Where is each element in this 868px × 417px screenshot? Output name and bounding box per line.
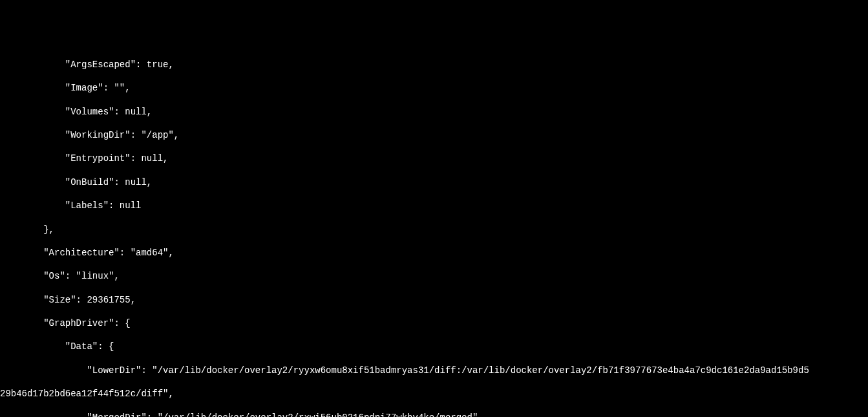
output-line: 29b46d17b2bd6ea12f44f512c/diff", [0,388,868,400]
output-line: "Volumes": null, [0,106,868,118]
output-line: "OnBuild": null, [0,176,868,188]
output-line: "Image": "", [0,82,868,94]
output-line: "GraphDriver": { [0,317,868,329]
output-line: "WorkingDir": "/app", [0,129,868,141]
output-line: "Labels": null [0,200,868,211]
output-line: "LowerDir": "/var/lib/docker/overlay2/ry… [0,365,868,376]
output-line: }, [0,224,868,235]
output-line: "Architecture": "amd64", [0,247,868,259]
output-line: "MergedDir": "/var/lib/docker/overlay2/r… [0,412,868,417]
output-line: "Size": 29361755, [0,294,868,306]
output-line: "Data": { [0,341,868,352]
terminal-window[interactable]: "ArgsEscaped": true, "Image": "", "Volum… [0,47,868,417]
output-line: "Os": "linux", [0,270,868,282]
output-line: "ArgsEscaped": true, [0,59,868,70]
output-line: "Entrypoint": null, [0,153,868,164]
